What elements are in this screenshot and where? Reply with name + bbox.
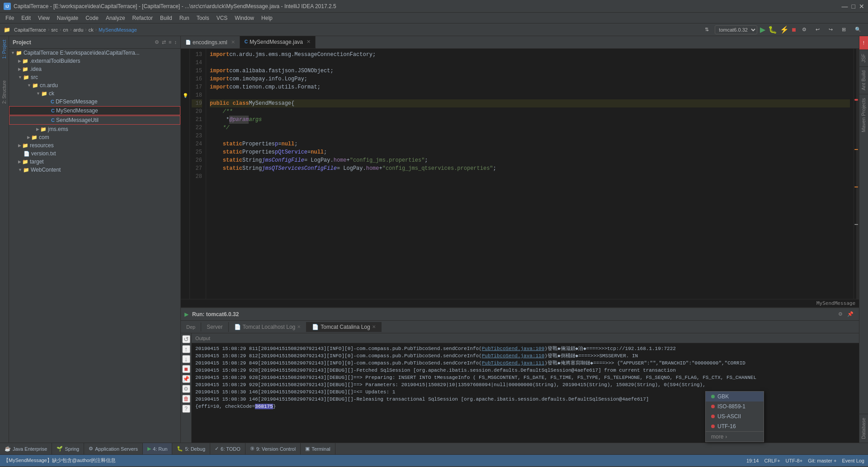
tree-item-mysendmessage[interactable]: C MySendMessage [9,106,180,115]
menu-help[interactable]: Help [258,14,276,22]
run-pin-button[interactable]: 📌 [845,311,855,318]
menu-window[interactable]: Window [231,14,258,22]
catalina-log-close[interactable]: ✕ [372,324,376,329]
event-log-label[interactable]: Event Log [842,458,864,463]
tree-item-versiontxt[interactable]: 📄 version.txt [9,149,180,158]
minimize-button[interactable]: — [842,3,848,10]
task-application-servers[interactable]: ⚙ Application Servers [84,443,143,454]
project-settings-icon[interactable]: ⚙ [155,39,159,45]
tree-item-src[interactable]: ▼ 📁 src [9,73,180,81]
tab-close-button[interactable]: ✕ [307,39,311,45]
charset-more[interactable]: more › [706,431,764,442]
status-encoding[interactable]: UTF-8+ [786,458,803,463]
breadcrumb-src[interactable]: src [51,27,58,33]
breadcrumb-mysendmessage[interactable]: MySendMessage [99,27,137,33]
restart-button[interactable]: ↺ [182,335,190,343]
toolbar-redo[interactable]: ↪ [826,25,836,34]
localhost-log-close[interactable]: ✕ [297,324,301,329]
scroll-down-button[interactable]: ↓ [182,355,190,363]
right-panel-database[interactable]: Database [859,414,868,443]
charset-iso88591[interactable]: ISO-8859-1 [706,402,764,411]
log-link-2[interactable]: PubTibcoSend.java:110 [482,353,545,359]
charset-utf16[interactable]: UTF-16 [706,421,764,431]
status-position[interactable]: 19:14 [746,458,759,463]
breadcrumb-ck[interactable]: ck [89,27,94,33]
tree-item-sendmessageutil[interactable]: C SendMessageUtil [9,116,180,125]
code-editor[interactable]: 💡 1314151617 1819 2021222324 25262728 [181,49,859,299]
status-line-ending[interactable]: CRLF+ [764,458,780,463]
tree-item-capitalterrace[interactable]: ▼ 📁 CapitalTerrace E:\workspace\idea\Cap… [9,49,180,57]
menu-build[interactable]: Build [156,14,176,22]
menu-edit[interactable]: Edit [18,14,34,22]
tree-item-dfsendfmessage[interactable]: C DFSendMessage [9,98,180,106]
filter-button[interactable]: ⚙ [182,385,190,393]
task-spring[interactable]: 🌱 Spring [52,443,84,454]
toolbar-settings[interactable]: ⚙ [799,25,810,34]
sidebar-structure-tab[interactable]: 2: Structure [1,79,8,106]
breadcrumb-ardu[interactable]: ardu [73,27,83,33]
code-content[interactable]: import cn.ardu.jms.ems.msg.MessageConnec… [206,49,854,299]
tree-item-ck[interactable]: ▼ 📁 ck [9,89,180,98]
run-settings-button[interactable]: ⚙ [836,311,844,318]
clear-button[interactable]: 🗑 [182,395,190,403]
charset-usascii[interactable]: US-ASCII [706,411,764,421]
charset-gbk[interactable]: GBK [706,392,764,402]
right-panel-jsf[interactable]: JSF [859,50,868,66]
close-button[interactable]: ✕ [859,3,864,10]
bottom-tab-catalina-log[interactable]: 📄 Tomcat Catalina Log ✕ [307,322,381,332]
tree-item-externaltoolbuilders[interactable]: ▶ 📁 .externalToolBuilders [9,57,180,65]
menu-view[interactable]: View [34,14,53,22]
status-git-branch[interactable]: Git: master + [808,458,836,463]
project-sync-icon[interactable]: ⇄ [162,39,166,45]
menu-refactor[interactable]: Refactor [129,14,156,22]
task-java-enterprise[interactable]: ☕ Java Enterprise [0,443,52,454]
task-todo[interactable]: ✓ 6: TODO [210,443,245,454]
sidebar-project-tab[interactable]: 1: Project [1,38,8,61]
menu-analyze[interactable]: Analyze [102,14,129,22]
menu-tools[interactable]: Tools [193,14,213,22]
toolbar-grid[interactable]: ⊞ [839,25,849,34]
coverage-button[interactable]: ⚡ [780,25,789,34]
bottom-tab-localhost-log[interactable]: 📄 Tomcat Localhost Log ✕ [229,322,307,332]
project-collapse-icon[interactable]: ↕ [175,39,177,45]
project-config-icon[interactable]: ≡ [169,39,171,45]
gutter-18-bulb[interactable]: 💡 [183,91,188,99]
tree-item-jmsems[interactable]: ▶ 📁 jms.ems [9,125,180,133]
tab-mysendmessage-java[interactable]: C MySendMessage.java ✕ [240,36,316,48]
menu-file[interactable]: File [2,14,18,22]
maximize-button[interactable]: □ [852,3,855,10]
scroll-up-button[interactable]: ↑ [182,345,190,353]
task-run[interactable]: ▶ 4: Run [143,443,172,454]
tree-item-cnardu[interactable]: ▼ 📁 cn.ardu [9,81,180,89]
task-debug[interactable]: 🐛 5: Debug [172,443,210,454]
menu-vcs[interactable]: VCS [213,14,231,22]
menu-code[interactable]: Code [82,14,102,22]
pin-tab-button[interactable]: 📌 [182,375,190,383]
tomcat-config-select[interactable]: tomcat6.0.32 [715,25,757,34]
tree-item-idea[interactable]: ▶ 📁 .idea [9,65,180,73]
stop-button[interactable]: ■ [792,26,796,34]
tab-encodings-xml[interactable]: 📄 encodings.xml ✕ [181,36,240,48]
log-link-1[interactable]: PubTibcoSend.java:109 [482,346,545,351]
debug-button[interactable]: 🐛 [768,25,777,34]
task-version-control[interactable]: ⑨ 9: Version Control [245,443,301,454]
breadcrumb-cn[interactable]: cn [63,27,68,33]
tree-item-com[interactable]: ▶ 📁 com [9,133,180,141]
toolbar-search[interactable]: 🔍 [852,25,864,34]
stop-run-button[interactable]: ■ [182,365,190,373]
help-button[interactable]: ? [182,405,190,413]
log-link-3[interactable]: PubTibcoSend.java:111 [482,360,545,366]
window-controls[interactable]: — □ ✕ [842,3,864,10]
breadcrumb-capitalterrace[interactable]: CapitalTerrace [14,27,46,33]
toolbar-undo[interactable]: ↩ [812,25,823,34]
tree-item-webcontent[interactable]: ▼ 📁 WebContent [9,166,180,174]
toolbar-sort-button[interactable]: ⇅ [702,25,712,34]
tab-close-button[interactable]: ✕ [231,39,235,45]
run-button[interactable]: ▶ [760,25,765,34]
task-terminal[interactable]: ▣ Terminal [301,443,335,454]
right-panel-maven[interactable]: Maven Projects [859,94,868,136]
right-panel-antbuild[interactable]: Ant Build [859,66,868,94]
tree-item-target[interactable]: ▶ 📁 target [9,158,180,166]
bottom-tab-server[interactable]: Server [201,322,228,332]
editor-scrollbar[interactable] [854,49,859,299]
